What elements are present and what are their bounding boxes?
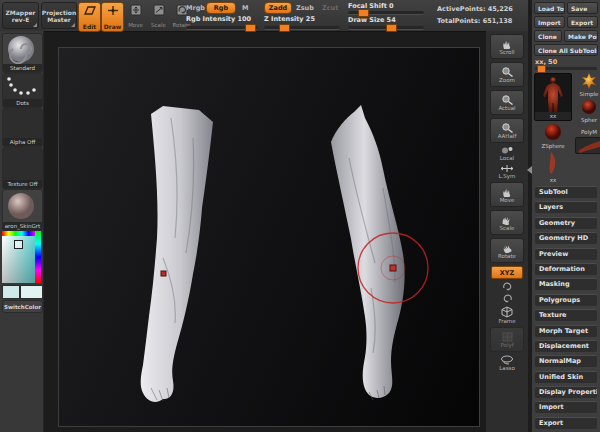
draw-button[interactable]: Draw [101, 2, 124, 32]
import-button[interactable]: Import [534, 16, 565, 28]
actual-label: Actual [498, 105, 515, 111]
symmetry-arrows-icon [500, 164, 514, 173]
zsub-button[interactable]: Zsub [296, 4, 314, 12]
palette-section-import[interactable]: Import [535, 401, 597, 413]
brush-label: Standard [3, 64, 42, 72]
lasso-label: Lasso [499, 365, 515, 371]
z-intensity-slider[interactable] [264, 26, 340, 30]
lasso-button[interactable]: Lasso [499, 355, 515, 371]
document-viewport[interactable] [58, 47, 480, 427]
shelf-move-button[interactable]: Move [490, 182, 524, 207]
rgb-button[interactable]: Rgb [206, 2, 236, 14]
clone-all-subtools-button[interactable]: Clone All SubTools [534, 44, 598, 56]
zmapper-button[interactable]: ZMapper rev-E [2, 2, 39, 29]
rgb-intensity-handle[interactable] [245, 24, 256, 32]
color-picker[interactable] [2, 231, 41, 283]
texture-selector[interactable]: Texture Off [2, 147, 43, 189]
palette-section-deformation[interactable]: Deformation [535, 263, 597, 275]
right-shelf: Scroll Zoom Actual AAHalf Local [486, 31, 528, 432]
palette-section-masking[interactable]: Masking [535, 278, 597, 290]
sculpt-scene [59, 48, 479, 426]
color-swatch-main[interactable] [2, 285, 20, 299]
palette-section-subtool[interactable]: SubTool [535, 186, 597, 198]
edit-button[interactable]: Edit [78, 2, 101, 32]
material-label: aron_SkinGrt [3, 222, 42, 230]
color-selector-box[interactable] [14, 240, 23, 249]
palette-section-displacement[interactable]: Displacement [535, 340, 597, 352]
stroke-selector[interactable]: Dots [2, 73, 43, 108]
active-tool-thumbnail[interactable]: xx [534, 73, 572, 121]
draw-size-slider[interactable] [348, 26, 424, 30]
palette-section-export[interactable]: Export [535, 417, 597, 429]
scroll-button[interactable]: Scroll [490, 34, 524, 59]
zcut-button[interactable]: Zcut [322, 4, 338, 12]
frame-button[interactable]: Frame [498, 306, 515, 324]
lsym-button[interactable]: L.Sym [499, 164, 516, 179]
export-button[interactable]: Export [567, 16, 598, 28]
m-button[interactable]: M [242, 4, 248, 12]
lsym-label: L.Sym [499, 173, 516, 179]
move-button[interactable]: Move [125, 3, 146, 29]
rgb-label: Rgb [214, 4, 228, 12]
actual-button[interactable]: Actual [490, 90, 524, 115]
local-label: Local [500, 155, 514, 161]
palette-section-morph-target[interactable]: Morph Target [535, 325, 597, 337]
clone-button[interactable]: Clone [534, 30, 562, 42]
load-tool-button[interactable]: Load Tool [534, 2, 565, 14]
brush-size-group: Focal Shift 0 Draw Size 54 [348, 2, 428, 29]
polymesh-thumbnail[interactable] [575, 137, 600, 154]
tool-inventory-handle[interactable] [537, 65, 546, 73]
clone-all-label: Clone All SubTools [538, 47, 598, 54]
make-polymesh-button[interactable]: Make PolyMes [564, 30, 598, 42]
make-polymesh-label: Make PolyMes [568, 33, 598, 40]
rotate-y-icon[interactable] [502, 282, 513, 291]
polyf-label: Polyf [500, 342, 513, 348]
palette-section-layers[interactable]: Layers [535, 201, 597, 213]
scale-button[interactable]: Scale [148, 3, 169, 29]
scroll-label: Scroll [499, 49, 514, 55]
hue-strip-right[interactable] [35, 231, 41, 283]
scale-label: Scale [151, 22, 166, 28]
canvas-area[interactable] [44, 31, 486, 432]
material-sphere-icon [3, 190, 40, 222]
shelf-scale-button[interactable]: Scale [490, 210, 524, 235]
tool-inventory-slider[interactable] [535, 67, 597, 70]
switch-color-button[interactable]: SwitchColor [2, 300, 43, 313]
arm-tool-icon[interactable] [545, 151, 561, 175]
top-toolbar: ZMapper rev-E Projection Master Edit Dra… [0, 0, 532, 32]
sphere3d-label: Spher [581, 117, 597, 123]
polyframe-icon [501, 332, 514, 342]
zbrush-window: ZMapper rev-E Projection Master Edit Dra… [0, 0, 600, 432]
palette-section-unified-skin[interactable]: Unified Skin [535, 371, 597, 383]
alpha-selector[interactable]: Alpha Off [2, 108, 43, 147]
sphere3d-icon[interactable] [581, 99, 597, 115]
zsphere-icon[interactable] [543, 123, 563, 141]
palette-section-polygroups[interactable]: Polygroups [535, 294, 597, 306]
rgb-intensity-slider[interactable] [186, 26, 258, 30]
polyf-button[interactable]: Polyf [490, 327, 524, 352]
brush-selector[interactable]: Standard [2, 33, 43, 73]
local-button[interactable]: Local [500, 146, 514, 161]
rotate-z-icon[interactable] [502, 294, 513, 303]
palette-section-texture[interactable]: Texture [535, 309, 597, 321]
zoom-button[interactable]: Zoom [490, 62, 524, 87]
shelf-rotate-button[interactable]: Rotate [490, 238, 524, 263]
aahalf-button[interactable]: AAHalf [490, 118, 524, 143]
palette-section-normalmap[interactable]: NormalMap [535, 355, 597, 367]
projection-master-button[interactable]: Projection Master [41, 2, 77, 29]
z-intensity-handle[interactable] [279, 24, 290, 32]
xyz-button[interactable]: XYZ [491, 266, 523, 279]
palette-section-geometry[interactable]: Geometry [535, 217, 597, 229]
zadd-button[interactable]: Zadd [264, 2, 292, 14]
palette-section-display-properties[interactable]: Display Properties [535, 386, 597, 398]
simplebrush-icon[interactable] [581, 73, 597, 89]
mrgb-button[interactable]: Mrgb [186, 4, 205, 12]
draw-size-handle[interactable] [386, 24, 397, 32]
material-selector[interactable]: aron_SkinGrt [2, 189, 43, 231]
color-swatch-secondary[interactable] [20, 285, 43, 299]
palette-section-preview[interactable]: Preview [535, 248, 597, 260]
save-button[interactable]: Save [567, 2, 598, 14]
focal-shift-slider[interactable] [348, 11, 424, 15]
lasso-icon [500, 355, 514, 365]
palette-section-geometry-hd[interactable]: Geometry HD [535, 232, 597, 244]
